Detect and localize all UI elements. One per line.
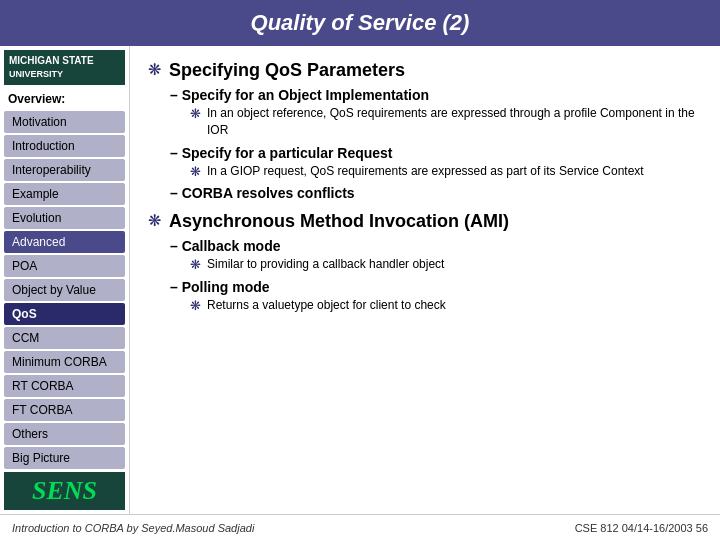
sub2-detail: In a GIOP request, QoS requirements are … bbox=[207, 163, 644, 180]
sub3: – CORBA resolves conflicts bbox=[170, 185, 702, 201]
sidebar-item-qos[interactable]: QoS bbox=[4, 303, 125, 325]
footer: Introduction to CORBA by Seyed.Masoud Sa… bbox=[0, 514, 720, 540]
footer-left: Introduction to CORBA by Seyed.Masoud Sa… bbox=[12, 522, 254, 534]
sidebar-item-minimum-corba[interactable]: Minimum CORBA bbox=[4, 351, 125, 373]
sidebar: MICHIGAN STATE UNIVERSITY Overview: Moti… bbox=[0, 46, 130, 514]
sub1: – Specify for an Object Implementation ❋… bbox=[170, 87, 702, 139]
sidebar-item-ccm[interactable]: CCM bbox=[4, 327, 125, 349]
sidebar-item-rt-corba[interactable]: RT CORBA bbox=[4, 375, 125, 397]
header: Quality of Service (2) bbox=[0, 0, 720, 46]
section1-title: Specifying QoS Parameters bbox=[169, 60, 405, 81]
s2-sub1: – Callback mode ❋ Similar to providing a… bbox=[170, 238, 702, 273]
sub3-dash: – CORBA resolves conflicts bbox=[170, 185, 702, 201]
sidebar-item-object-by-value[interactable]: Object by Value bbox=[4, 279, 125, 301]
s2-sub2-detail: Returns a valuetype object for client to… bbox=[207, 297, 446, 314]
sub1-detail: In an object reference, QoS requirements… bbox=[207, 105, 702, 139]
msu-logo: MICHIGAN STATE UNIVERSITY bbox=[4, 50, 125, 85]
section2-title: Asynchronous Method Invocation (AMI) bbox=[169, 211, 509, 232]
sub2: – Specify for a particular Request ❋ In … bbox=[170, 145, 702, 180]
section1: ❋ Specifying QoS Parameters – Specify fo… bbox=[148, 60, 702, 201]
sidebar-item-poa[interactable]: POA bbox=[4, 255, 125, 277]
star-icon-2: ❋ bbox=[148, 211, 161, 230]
star-icon-s2-sub1: ❋ bbox=[190, 257, 201, 272]
sidebar-item-introduction[interactable]: Introduction bbox=[4, 135, 125, 157]
section2: ❋ Asynchronous Method Invocation (AMI) –… bbox=[148, 211, 702, 314]
sidebar-item-advanced[interactable]: Advanced bbox=[4, 231, 125, 253]
content-area: ❋ Specifying QoS Parameters – Specify fo… bbox=[130, 46, 720, 514]
sidebar-item-example[interactable]: Example bbox=[4, 183, 125, 205]
sidebar-item-ft-corba[interactable]: FT CORBA bbox=[4, 399, 125, 421]
star-icon-sub1: ❋ bbox=[190, 106, 201, 121]
sidebar-item-evolution[interactable]: Evolution bbox=[4, 207, 125, 229]
sens-logo: SENS bbox=[4, 472, 125, 510]
sub1-dash: – Specify for an Object Implementation bbox=[170, 87, 702, 103]
msu-name: MICHIGAN STATE bbox=[9, 54, 120, 68]
star-icon-1: ❋ bbox=[148, 60, 161, 79]
footer-right: CSE 812 04/14-16/2003 56 bbox=[575, 522, 708, 534]
sidebar-item-motivation[interactable]: Motivation bbox=[4, 111, 125, 133]
star-icon-s2-sub2: ❋ bbox=[190, 298, 201, 313]
msu-sub: UNIVERSITY bbox=[9, 68, 120, 81]
overview-label: Overview: bbox=[4, 91, 125, 107]
s2-sub2: – Polling mode ❋ Returns a valuetype obj… bbox=[170, 279, 702, 314]
sub2-dash: – Specify for a particular Request bbox=[170, 145, 702, 161]
sidebar-item-others[interactable]: Others bbox=[4, 423, 125, 445]
page-title: Quality of Service (2) bbox=[251, 10, 470, 35]
s2-sub1-dash: – Callback mode bbox=[170, 238, 702, 254]
sidebar-item-big-picture[interactable]: Big Picture bbox=[4, 447, 125, 469]
s2-sub1-detail: Similar to providing a callback handler … bbox=[207, 256, 444, 273]
star-icon-sub2: ❋ bbox=[190, 164, 201, 179]
s2-sub2-dash: – Polling mode bbox=[170, 279, 702, 295]
sidebar-item-interoperability[interactable]: Interoperability bbox=[4, 159, 125, 181]
